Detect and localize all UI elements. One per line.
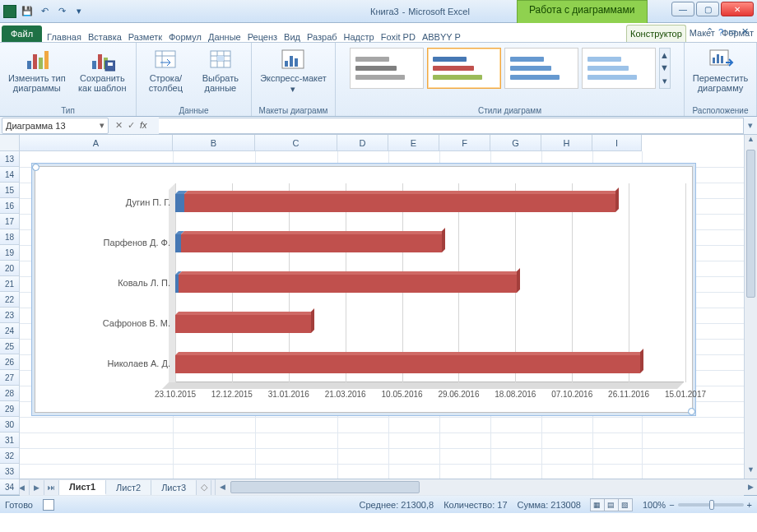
chart-style-thumb[interactable]	[504, 48, 578, 89]
horizontal-scrollbar[interactable]: ◀ ▶	[215, 479, 757, 495]
tab-Foxit PD[interactable]: Foxit PD	[378, 29, 419, 45]
row-header[interactable]: 17	[0, 214, 20, 229]
formula-input[interactable]	[159, 118, 744, 134]
qat-more-icon[interactable]: ▾	[72, 4, 86, 19]
row-header[interactable]: 27	[0, 370, 20, 386]
row-header[interactable]: 33	[0, 464, 20, 479]
row-header[interactable]: 13	[0, 151, 20, 167]
file-tab[interactable]: Файл	[2, 25, 42, 42]
sheet-tab[interactable]: Лист1	[59, 479, 106, 495]
tab-Разраб[interactable]: Разраб	[304, 29, 341, 45]
row-header[interactable]: 15	[0, 183, 20, 198]
chart-bar[interactable]	[175, 275, 685, 293]
change-chart-type-button[interactable]: Изменить тип диаграммы	[3, 44, 71, 95]
chart-style-thumb[interactable]	[350, 48, 424, 89]
switch-row-col-button[interactable]: Строка/столбец	[140, 44, 192, 95]
redo-icon[interactable]: ↷	[54, 4, 69, 19]
tab-Вставка[interactable]: Вставка	[85, 29, 125, 45]
enter-fx-icon[interactable]: ✓	[128, 120, 135, 131]
scroll-right-icon[interactable]: ▶	[744, 479, 757, 495]
vertical-scrollbar[interactable]: ▲ ▼	[744, 135, 757, 479]
row-header[interactable]: 16	[0, 198, 20, 214]
col-header[interactable]: H	[541, 135, 592, 151]
undo-icon[interactable]: ↶	[37, 4, 52, 19]
row-header[interactable]: 31	[0, 433, 20, 448]
tab-Надстр[interactable]: Надстр	[341, 29, 378, 45]
chart-object[interactable]: Николаев А. Д.Сафронов В. М.Коваль Л. П.…	[35, 166, 693, 413]
scrollbar-thumb[interactable]	[230, 481, 420, 493]
save-template-button[interactable]: Сохранить как шаблон	[72, 44, 132, 95]
zoom-slider[interactable]	[678, 503, 744, 507]
zoom-out-button[interactable]: −	[669, 500, 674, 510]
chevron-down-icon[interactable]: ▾	[100, 120, 104, 131]
row-header[interactable]: 30	[0, 417, 20, 433]
chart-bar[interactable]	[175, 234, 685, 252]
col-header[interactable]: D	[337, 135, 388, 151]
row-header[interactable]: 23	[0, 308, 20, 323]
minimize-ribbon-icon[interactable]: ⌃	[706, 26, 713, 37]
save-icon[interactable]: 💾	[20, 4, 35, 19]
maximize-button[interactable]: ▢	[696, 2, 719, 16]
select-all-button[interactable]	[0, 135, 20, 151]
row-header[interactable]: 18	[0, 229, 20, 245]
chart-bar[interactable]	[175, 194, 685, 212]
row-header[interactable]: 29	[0, 401, 20, 417]
next-sheet-icon[interactable]: ▶	[30, 479, 44, 495]
row-header[interactable]: 34	[0, 479, 20, 495]
row-header[interactable]: 22	[0, 292, 20, 308]
macro-record-icon[interactable]	[43, 499, 54, 511]
tab-Данные[interactable]: Данные	[205, 29, 244, 45]
row-header[interactable]: 28	[0, 386, 20, 401]
col-header[interactable]: F	[439, 135, 490, 151]
cancel-fx-icon[interactable]: ✕	[115, 120, 123, 131]
tab-Конструктор[interactable]: Конструктор	[626, 25, 686, 42]
fx-icon[interactable]: fx	[140, 120, 147, 131]
close-button[interactable]: ✕	[721, 2, 754, 16]
tab-Разметк[interactable]: Разметк	[125, 29, 165, 45]
select-data-button[interactable]: Выбрать данные	[193, 44, 248, 95]
chart-bar[interactable]	[175, 315, 685, 333]
name-box[interactable]: Диаграмма 13▾	[2, 118, 109, 134]
row-header[interactable]: 21	[0, 276, 20, 292]
normal-view-button[interactable]: ▦	[590, 498, 605, 511]
quick-layout-button[interactable]: Экспресс-макет▾	[257, 44, 330, 95]
col-header[interactable]: G	[490, 135, 541, 151]
row-header[interactable]: 20	[0, 261, 20, 276]
col-header[interactable]: C	[255, 135, 337, 151]
tab-Формул[interactable]: Формул	[165, 29, 205, 45]
page-layout-button[interactable]: ▤	[604, 498, 619, 511]
row-header[interactable]: 19	[0, 245, 20, 261]
restore-window-icon[interactable]: ▭	[728, 26, 736, 37]
row-header[interactable]: 26	[0, 354, 20, 370]
col-header[interactable]: I	[592, 135, 642, 151]
scroll-up-icon[interactable]: ▲	[745, 135, 757, 148]
help-icon[interactable]: ?	[718, 27, 723, 37]
tab-ABBYY P[interactable]: ABBYY P	[419, 29, 464, 45]
move-chart-button[interactable]: Переместить диаграмму	[688, 44, 753, 95]
row-header[interactable]: 24	[0, 323, 20, 339]
scrollbar-thumb[interactable]	[746, 150, 755, 298]
page-break-button[interactable]: ▧	[618, 498, 633, 511]
sheet-tab[interactable]: Лист2	[106, 479, 151, 495]
scroll-down-icon[interactable]: ▼	[745, 465, 757, 479]
plot-area[interactable]	[175, 183, 684, 382]
minimize-button[interactable]: —	[671, 2, 694, 16]
zoom-level[interactable]: 100%	[643, 500, 666, 510]
chart-style-thumb[interactable]	[427, 48, 501, 89]
row-header[interactable]: 25	[0, 339, 20, 354]
gallery-more-button[interactable]: ▲▼▾	[659, 48, 671, 89]
col-header[interactable]: A	[20, 135, 173, 151]
chart-style-thumb[interactable]	[582, 48, 656, 89]
row-header[interactable]: 14	[0, 167, 20, 183]
tab-Главная[interactable]: Главная	[44, 29, 85, 45]
chart-bar[interactable]	[175, 355, 685, 373]
sheet-tab[interactable]: Лист3	[151, 479, 197, 495]
new-sheet-icon[interactable]: ◇	[197, 479, 211, 495]
row-header[interactable]: 32	[0, 448, 20, 464]
col-header[interactable]: E	[388, 135, 439, 151]
expand-formula-icon[interactable]: ▾	[744, 120, 757, 131]
tab-Реценз[interactable]: Реценз	[244, 29, 281, 45]
col-header[interactable]: B	[173, 135, 255, 151]
tab-Вид[interactable]: Вид	[281, 29, 304, 45]
scroll-left-icon[interactable]: ◀	[216, 479, 229, 495]
